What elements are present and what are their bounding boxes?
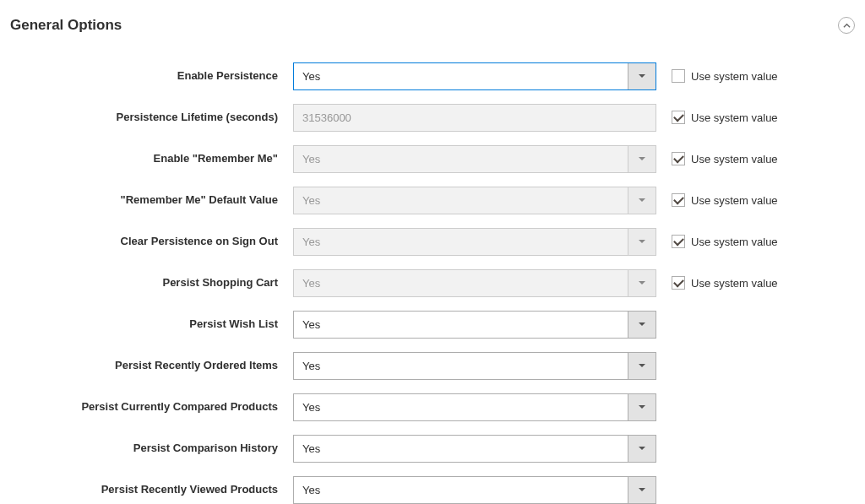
- enable-remember-me-label: Enable "Remember Me": [10, 145, 293, 165]
- persist-shopping-cart-select: Yes: [293, 269, 656, 297]
- enable-remember-me-value: Yes: [294, 153, 628, 165]
- persist-recently-viewed-label: Persist Recently Viewed Products: [10, 476, 293, 496]
- enable-persistence-select[interactable]: Yes: [293, 62, 656, 90]
- persist-recently-ordered-value: Yes: [294, 360, 628, 372]
- persist-wish-list-select[interactable]: Yes: [293, 311, 656, 339]
- persist-comparison-history-select[interactable]: Yes: [293, 435, 656, 463]
- remember-me-default-use-system-checkbox[interactable]: [672, 193, 685, 207]
- use-system-value-label[interactable]: Use system value: [691, 236, 778, 248]
- clear-on-sign-out-value: Yes: [294, 236, 628, 248]
- persist-currently-compared-select[interactable]: Yes: [293, 393, 656, 421]
- use-system-value-label[interactable]: Use system value: [691, 153, 778, 165]
- chevron-down-icon: [628, 436, 656, 462]
- chevron-down-icon: [628, 394, 656, 420]
- persist-wish-list-value: Yes: [294, 318, 628, 331]
- clear-on-sign-out-label: Clear Persistence on Sign Out: [10, 228, 293, 247]
- enable-persistence-value: Yes: [294, 70, 628, 83]
- use-system-value-label[interactable]: Use system value: [691, 277, 778, 290]
- persist-currently-compared-value: Yes: [294, 401, 628, 414]
- persistence-lifetime-label: Persistence Lifetime (seconds): [10, 104, 293, 123]
- persist-recently-viewed-value: Yes: [294, 484, 628, 496]
- chevron-up-icon: [843, 19, 851, 32]
- persist-recently-ordered-label: Persist Recently Ordered Items: [10, 352, 293, 371]
- persist-recently-viewed-select[interactable]: Yes: [293, 476, 656, 504]
- enable-remember-me-select: Yes: [293, 145, 656, 173]
- use-system-value-label[interactable]: Use system value: [691, 111, 778, 124]
- collapse-section-button[interactable]: [838, 17, 855, 34]
- chevron-down-icon: [628, 229, 656, 255]
- clear-on-sign-out-use-system-checkbox[interactable]: [672, 235, 685, 248]
- clear-on-sign-out-select: Yes: [293, 228, 656, 256]
- chevron-down-icon: [628, 146, 656, 172]
- chevron-down-icon: [628, 477, 656, 503]
- enable-remember-me-use-system-checkbox[interactable]: [672, 152, 685, 165]
- persist-shopping-cart-use-system-checkbox[interactable]: [672, 276, 685, 290]
- persist-comparison-history-label: Persist Comparison History: [10, 435, 293, 454]
- use-system-value-label[interactable]: Use system value: [691, 194, 778, 207]
- chevron-down-icon: [628, 270, 656, 296]
- use-system-value-label[interactable]: Use system value: [691, 70, 778, 83]
- remember-me-default-value: Yes: [294, 194, 628, 207]
- enable-persistence-label: Enable Persistence: [10, 62, 293, 82]
- persist-recently-ordered-select[interactable]: Yes: [293, 352, 656, 380]
- section-title: General Options: [10, 17, 122, 34]
- chevron-down-icon: [628, 312, 656, 338]
- enable-persistence-use-system-checkbox[interactable]: [672, 69, 685, 83]
- persist-wish-list-label: Persist Wish List: [10, 311, 293, 330]
- persistence-lifetime-use-system-checkbox[interactable]: [672, 111, 685, 124]
- chevron-down-icon: [628, 187, 656, 214]
- remember-me-default-label: "Remember Me" Default Value: [10, 187, 293, 206]
- remember-me-default-select: Yes: [293, 187, 656, 214]
- chevron-down-icon: [628, 63, 656, 89]
- persist-currently-compared-label: Persist Currently Compared Products: [10, 393, 293, 413]
- persistence-lifetime-input: [293, 104, 656, 132]
- persist-shopping-cart-label: Persist Shopping Cart: [10, 269, 293, 289]
- persist-shopping-cart-value: Yes: [294, 277, 628, 290]
- persist-comparison-history-value: Yes: [294, 442, 628, 455]
- chevron-down-icon: [628, 353, 656, 379]
